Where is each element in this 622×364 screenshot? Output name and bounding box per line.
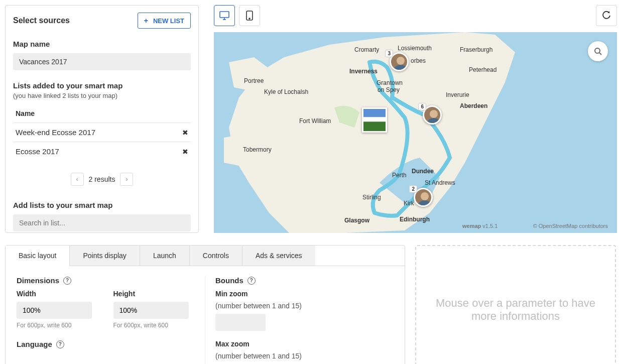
map-attribution: wemap v1.5.1 © OpenStreetMap contributor… [462,223,608,229]
list-row: Ecosse 2017 ✖ [13,142,191,161]
height-label: Height [113,290,195,298]
pagination: ‹ 2 results › [13,173,191,186]
min-zoom-label: Min zoom [215,290,394,298]
svg-point-8 [430,110,438,118]
map-search-button[interactable] [588,41,608,61]
new-list-button[interactable]: + NEW LIST [138,13,191,29]
hover-info-text: Mouse over a parameter to have more info… [431,297,600,323]
tab-basic-layout[interactable]: Basic layout [6,246,70,266]
min-zoom-input[interactable] [215,314,266,331]
sidebar-title: Select sources [13,16,70,25]
tab-ads-services[interactable]: Ads & services [242,246,315,266]
refresh-button[interactable] [596,5,617,26]
prev-page-button[interactable]: ‹ [71,173,84,186]
tab-launch[interactable]: Launch [140,246,190,266]
pin-count-badge: 2 [409,185,417,193]
pin-count-badge: 6 [418,103,426,110]
new-list-label: NEW LIST [153,17,184,25]
help-icon[interactable]: ? [56,340,64,348]
config-tabs: Basic layout Points display Launch Contr… [6,246,405,266]
refresh-icon [602,11,611,20]
next-page-button[interactable]: › [120,173,133,186]
remove-list-button[interactable]: ✖ [182,148,188,156]
bounds-label: Bounds [215,276,243,285]
language-heading: Language ? [17,340,195,348]
tab-controls[interactable]: Controls [190,246,242,266]
pin-count-badge: 3 [385,50,393,57]
list-name: Week-end Ecosse 2017 [16,128,95,137]
plus-icon: + [144,17,148,25]
language-label: Language [17,340,52,348]
photo-pin[interactable] [362,107,387,133]
desktop-view-button[interactable] [214,5,235,26]
dimensions-heading: Dimensions ? [17,276,195,285]
svg-line-13 [599,53,601,55]
dimensions-label: Dimensions [17,276,59,285]
chevron-right-icon: › [126,176,128,183]
height-hint: For 600px, write 600 [113,322,195,329]
name-column-header: Name [13,105,191,123]
monitor-icon [219,11,229,20]
remove-list-button[interactable]: ✖ [182,129,188,137]
map-name-label: Map name [13,40,191,48]
bounds-heading: Bounds ? [215,276,394,285]
svg-rect-0 [220,12,229,18]
height-input[interactable] [113,302,189,319]
tab-points-display[interactable]: Points display [70,246,140,266]
map-preview[interactable]: Portree Cromarty Lossiemouth orbes Frase… [214,32,617,233]
svg-point-12 [595,48,600,53]
width-input[interactable] [17,302,92,319]
lists-heading: Lists added to your smart map [13,81,191,90]
list-row: Week-end Ecosse 2017 ✖ [13,123,191,142]
chevron-left-icon: ‹ [76,176,78,183]
brand-label: wemap [462,223,481,229]
svg-point-4 [249,18,250,19]
width-hint: For 600px, write 600 [17,322,98,329]
add-lists-heading: Add lists to your smart map [13,201,191,209]
results-count: 2 results [89,175,115,183]
map-name-input[interactable] [13,53,191,70]
search-icon [594,47,602,55]
hover-info-panel: Mouse over a parameter to have more info… [415,245,616,364]
max-zoom-label: Max zoom [215,340,394,348]
list-name: Ecosse 2017 [16,147,59,156]
sources-sidebar: Select sources + NEW LIST Map name Lists… [5,5,199,233]
width-label: Width [17,290,98,298]
mobile-icon [246,11,253,21]
svg-point-10 [421,192,429,200]
version-label: v1.5.1 [482,223,497,229]
help-icon[interactable]: ? [247,277,256,285]
help-icon[interactable]: ? [63,277,71,285]
search-lists-input[interactable] [13,214,191,231]
min-zoom-hint: (number between 1 and 15) [215,302,394,310]
mobile-view-button[interactable] [239,5,260,26]
svg-point-6 [397,57,405,65]
osm-attribution: © OpenStreetMap contributors [533,223,608,229]
max-zoom-hint: (number between 1 and 15) [215,352,394,360]
lists-sub: (you have linked 2 lists to your map) [13,92,191,99]
config-panel: Basic layout Points display Launch Contr… [5,245,405,364]
